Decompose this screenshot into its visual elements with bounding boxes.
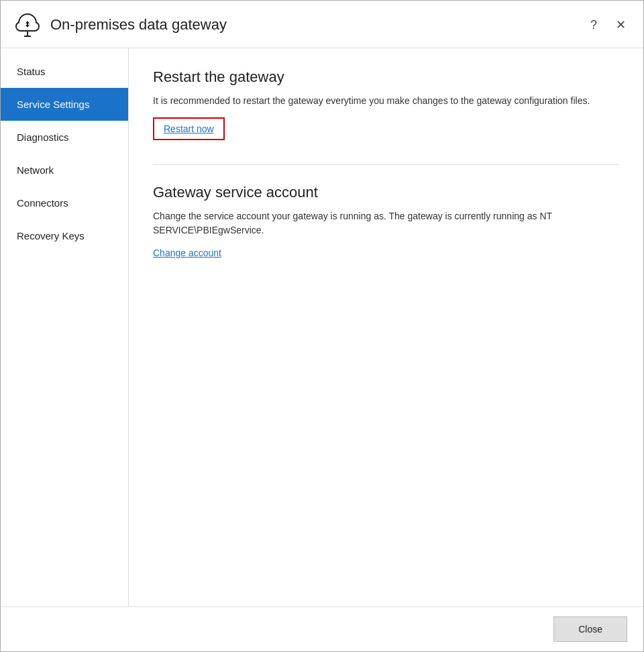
sidebar-label-diagnostics: Diagnostics (17, 131, 69, 143)
account-title: Gateway service account (153, 184, 619, 201)
section-divider (153, 164, 619, 165)
svg-marker-4 (25, 25, 30, 28)
sidebar-item-recovery-keys[interactable]: Recovery Keys (1, 219, 128, 252)
main-content: Restart the gateway It is recommended to… (129, 48, 643, 606)
restart-title: Restart the gateway (153, 68, 619, 86)
sidebar-item-service-settings[interactable]: Service Settings (1, 88, 128, 121)
title-bar: On-premises data gateway ? ✕ (1, 1, 643, 48)
restart-link-border: Restart now (153, 117, 225, 140)
change-account-link[interactable]: Change account (153, 248, 221, 258)
body: Status Service Settings Diagnostics Netw… (1, 48, 643, 606)
sidebar-label-network: Network (17, 164, 54, 176)
sidebar-item-diagnostics[interactable]: Diagnostics (1, 121, 128, 154)
footer: Close (1, 606, 643, 651)
restart-description: It is recommended to restart the gateway… (153, 94, 619, 108)
account-section: Gateway service account Change the servi… (153, 184, 619, 259)
sidebar-label-connectors: Connectors (17, 197, 68, 209)
app-window: On-premises data gateway ? ✕ Status Serv… (0, 0, 644, 652)
sidebar-item-connectors[interactable]: Connectors (1, 186, 128, 219)
close-window-button[interactable]: ✕ (612, 16, 630, 34)
window-title: On-premises data gateway (50, 16, 586, 34)
sidebar-item-status[interactable]: Status (1, 55, 128, 88)
close-button[interactable]: Close (553, 616, 627, 642)
restart-section: Restart the gateway It is recommended to… (153, 68, 619, 140)
svg-marker-3 (25, 21, 30, 23)
account-description: Change the service account your gateway … (153, 209, 619, 237)
restart-now-link[interactable]: Restart now (164, 123, 214, 134)
window-controls: ? ✕ (586, 16, 630, 34)
sidebar-label-recovery-keys: Recovery Keys (17, 230, 85, 241)
sidebar: Status Service Settings Diagnostics Netw… (1, 48, 129, 606)
help-button[interactable]: ? (586, 17, 601, 34)
sidebar-label-service-settings: Service Settings (17, 99, 89, 110)
gateway-icon (14, 11, 41, 38)
sidebar-label-status: Status (17, 66, 46, 77)
sidebar-item-network[interactable]: Network (1, 154, 128, 186)
